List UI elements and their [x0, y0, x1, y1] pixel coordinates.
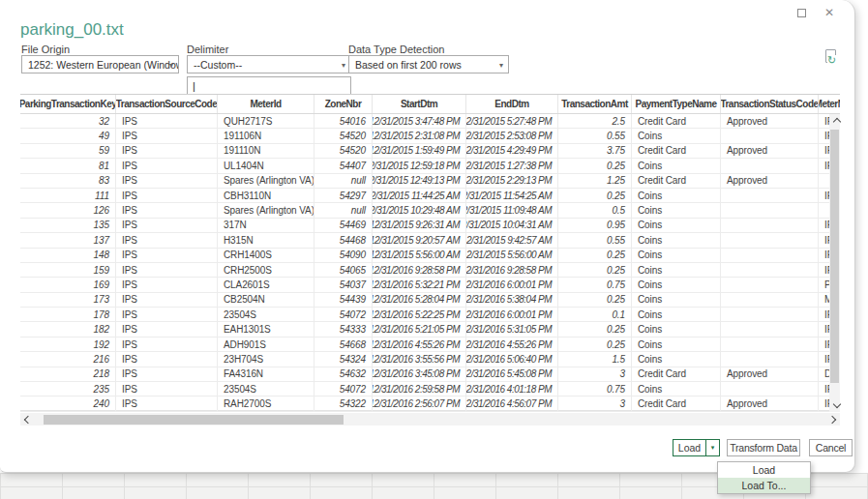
menu-item-load[interactable]: Load	[718, 462, 810, 478]
table-cell: Coins	[632, 382, 721, 396]
table-cell: 1.5	[558, 352, 632, 366]
table-cell: 12/31/2016 5:32:21 PM	[373, 278, 466, 291]
restore-icon[interactable]	[793, 5, 809, 20]
table-cell: 135	[20, 219, 116, 232]
menu-item-load-to[interactable]: Load To...	[718, 478, 810, 493]
delimiter-select[interactable]: --Custom-- ▾	[187, 55, 351, 73]
scroll-left-icon[interactable]	[20, 413, 36, 426]
horizontal-scrollbar[interactable]	[20, 413, 840, 426]
table-cell: 0.25	[558, 159, 632, 172]
table-cell: 12/31/2016 5:06:40 PM	[466, 352, 558, 366]
table-cell: 54037	[314, 278, 373, 291]
table-cell: IPS	[116, 308, 218, 321]
table-cell: 12/31/2015 1:27:38 PM	[466, 159, 558, 172]
table-cell: 12/31/2016 4:55:26 PM	[373, 338, 466, 351]
table-cell: 12/31/2016 2:59:58 PM	[373, 382, 466, 396]
table-cell: Credit Card	[632, 367, 721, 381]
column-header: ZoneNbr	[314, 95, 373, 113]
table-cell: IPS	[116, 189, 218, 202]
table-cell: 0.25	[558, 189, 632, 202]
horizontal-scrollbar-thumb[interactable]	[44, 415, 344, 425]
scroll-right-icon[interactable]	[824, 413, 840, 426]
table-row: 137IPSH315N5446812/31/2015 9:20:57 AM12/…	[20, 233, 840, 248]
table-cell: IPS	[116, 338, 218, 351]
table-cell: 12/31/2016 5:31:05 PM	[466, 322, 558, 336]
table-cell: IPS	[116, 352, 218, 366]
table-body: 32IPSQUH2717S5401612/31/2015 3:47:48 PM1…	[20, 114, 840, 412]
table-cell: 83	[20, 174, 116, 188]
table-cell: IPS	[116, 293, 218, 307]
table-cell: Coins	[632, 263, 721, 277]
data-type-detection-select[interactable]: Based on first 200 rows ▾	[348, 55, 509, 73]
table-cell: 81	[20, 159, 116, 172]
table-cell: 218	[20, 367, 116, 381]
file-origin-select[interactable]: 1252: Western European (Windows) ▾	[21, 55, 179, 73]
table-cell: 173	[20, 293, 116, 307]
table-cell	[721, 382, 819, 396]
table-cell: 0.25	[558, 338, 632, 351]
custom-delimiter-input[interactable]	[187, 76, 351, 95]
scroll-up-icon[interactable]	[831, 116, 842, 128]
table-cell: 12/31/2016 6:00:01 PM	[466, 278, 558, 291]
scroll-down-icon[interactable]	[831, 398, 842, 410]
table-cell: 54407	[314, 159, 373, 172]
table-cell: 12/31/2015 4:29:49 PM	[466, 144, 558, 158]
table-cell: 12/31/2015 2:53:08 PM	[466, 129, 558, 142]
table-cell: 0.75	[558, 278, 632, 291]
table-cell: 23504S	[218, 382, 314, 396]
table-cell: 216	[20, 352, 116, 366]
table-cell: 54065	[314, 263, 373, 277]
delimiter-label: Delimiter	[187, 44, 228, 55]
cancel-button[interactable]: Cancel	[809, 439, 853, 456]
table-cell	[721, 322, 819, 336]
table-cell: Coins	[632, 293, 721, 307]
vertical-scrollbar-thumb[interactable]	[830, 130, 839, 383]
table-cell: 0.1	[558, 308, 632, 321]
table-cell: 3	[558, 367, 632, 381]
data-preview-table: ParkingTransactionKeyTransactionSourceCo…	[20, 94, 840, 411]
refresh-preview-icon[interactable]: ↻	[824, 49, 839, 67]
table-cell: 182	[20, 322, 116, 336]
transform-data-button[interactable]: Transform Data	[727, 439, 800, 456]
table-row: 81IPSUL1404N5440712/31/2015 12:59:18 PM1…	[20, 159, 840, 173]
table-row: 32IPSQUH2717S5401612/31/2015 3:47:48 PM1…	[20, 114, 840, 129]
table-cell: Coins	[632, 159, 721, 172]
table-row: 126IPSSpares (Arlington VA)null12/31/201…	[20, 203, 840, 218]
table-cell	[721, 263, 819, 277]
table-cell: null	[314, 174, 373, 188]
table-cell: Approved	[721, 114, 819, 128]
table-cell: 23H704S	[218, 352, 314, 366]
table-cell: 12/31/2016 5:28:04 PM	[373, 293, 466, 307]
table-cell: 0.5	[558, 203, 632, 217]
table-row: 159IPSCRH2500S5406512/31/2016 9:28:58 PM…	[20, 263, 840, 278]
table-cell: 12/31/2016 5:45:08 PM	[466, 367, 558, 381]
load-dropdown-arrow[interactable]: ▾	[705, 440, 719, 455]
table-cell: 192	[20, 338, 116, 351]
table-cell: 12/31/2016 6:00:01 PM	[466, 308, 558, 321]
table-cell: 12/31/2015 5:27:48 PM	[466, 114, 558, 128]
table-row: 235IPS23504S5407212/31/2016 2:59:58 PM12…	[20, 382, 840, 396]
excel-workspace: ✕ parking_00.txt File Origin Delimiter D…	[0, 0, 868, 499]
load-button[interactable]: Load	[673, 440, 705, 455]
close-icon[interactable]: ✕	[822, 5, 837, 20]
vertical-scrollbar[interactable]	[829, 114, 840, 412]
table-row: 218IPSFA4316N5463212/31/2016 3:45:08 PM1…	[20, 367, 840, 382]
column-header: MeterN	[819, 95, 840, 113]
column-header: TransactionSourceCode	[116, 95, 218, 113]
table-cell: 54520	[314, 144, 373, 158]
table-cell: IPS	[116, 278, 218, 291]
table-cell: 0.95	[558, 219, 632, 232]
table-row: 169IPSCLA2601S5403712/31/2016 5:32:21 PM…	[20, 278, 840, 292]
table-cell: 12/31/2015 3:47:48 PM	[373, 114, 466, 128]
table-cell: 12/31/2015 9:42:57 AM	[466, 233, 558, 247]
table-cell	[721, 278, 819, 291]
load-split-button[interactable]: Load ▾	[673, 439, 720, 456]
table-cell: 148	[20, 249, 116, 262]
table-cell: Approved	[721, 144, 819, 158]
table-cell: 12/31/2015 5:56:00 AM	[373, 249, 466, 262]
table-cell: 49	[20, 129, 116, 142]
table-cell: 0.25	[558, 263, 632, 277]
table-row: 148IPSCRH1400S5409012/31/2015 5:56:00 AM…	[20, 249, 840, 263]
table-cell: 12/31/2015 1:59:49 PM	[373, 144, 466, 158]
table-cell: 12/31/2015 2:29:13 PM	[466, 174, 558, 188]
